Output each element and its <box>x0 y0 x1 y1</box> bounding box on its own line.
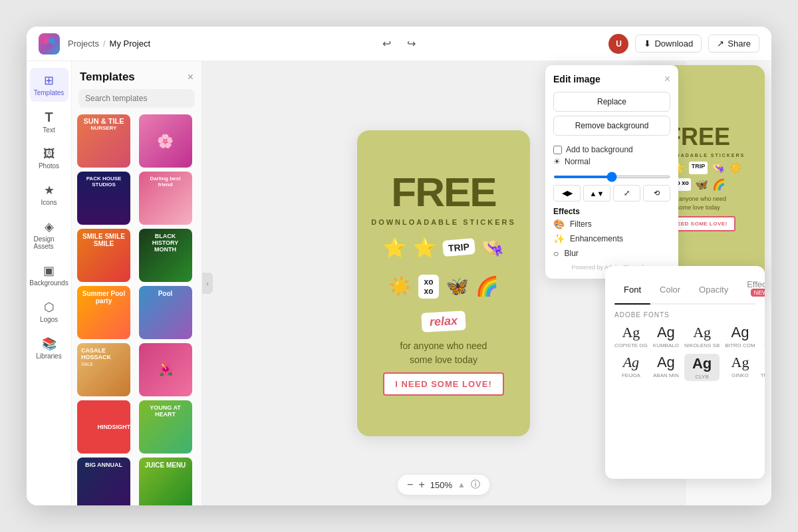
add-to-bg-checkbox[interactable] <box>553 146 562 154</box>
preview-sticker-sun: ☀️ <box>729 162 742 174</box>
tab-opacity[interactable]: Opacity <box>690 275 737 303</box>
stickers-row-1: ⭐ ⭐ TRIP 👒 <box>383 237 505 259</box>
blur-item[interactable]: ○ Blur <box>553 248 670 259</box>
replace-button[interactable]: Replace <box>553 92 670 112</box>
download-button[interactable]: ⬇ Download <box>635 35 702 53</box>
crop-button[interactable]: ⤢ <box>613 185 640 201</box>
collapse-panel-button[interactable]: › <box>202 273 213 294</box>
flip-v-button[interactable]: ▲▼ <box>583 185 610 201</box>
font-item-abanmin[interactable]: Ag ABAN MIN <box>653 354 679 381</box>
sidebar-item-libraries[interactable]: 📚 Libraries <box>30 331 68 365</box>
font-item-nikolens[interactable]: Ag NIKOLENS SB <box>684 324 720 348</box>
sticker-trip: TRIP <box>442 238 475 257</box>
panel-close-button[interactable]: × <box>188 71 194 83</box>
font-item-trim[interactable]: Ag TRIM NB <box>761 324 765 348</box>
flip-h-button[interactable]: ◀▶ <box>553 185 581 201</box>
rotate-button[interactable]: ⟲ <box>643 185 670 201</box>
font-item-kumbalo[interactable]: Ag KUMBALO <box>653 324 679 348</box>
filters-item[interactable]: 🎨 Filters <box>553 219 670 229</box>
template-thumb[interactable]: Summer Pool party <box>77 286 130 339</box>
zoom-info-button[interactable]: ⓘ <box>471 479 480 491</box>
template-thumb[interactable]: SUN & TILE NURSERY <box>77 114 130 168</box>
tab-effects[interactable]: Effects NEW <box>737 275 765 303</box>
new-badge: NEW <box>751 289 765 297</box>
template-thumb[interactable]: HINDSIGHT <box>77 400 130 454</box>
tab-color[interactable]: Color <box>650 275 690 303</box>
template-thumb[interactable]: 🌺 <box>139 343 192 396</box>
font-item-ginko[interactable]: Ag GINKO <box>725 354 755 381</box>
template-thumb[interactable]: SMILE SMILE SMILE <box>77 229 130 282</box>
edit-image-close-button[interactable]: × <box>664 73 670 85</box>
templates-grid: SUN & TILE NURSERY 🌸 PACK HOUSE STUDIOS … <box>72 114 201 505</box>
edit-options-section: Add to background ☀ Normal ◀▶ ▲▼ ⤢ ⟲ <box>553 145 670 201</box>
template-thumb[interactable]: BIG ANNUAL <box>77 458 130 505</box>
image-slider[interactable] <box>553 176 670 178</box>
normal-row: ☀ Normal <box>553 157 670 166</box>
add-to-bg-row[interactable]: Add to background <box>553 145 670 154</box>
sidebar-item-templates[interactable]: ⊞ Templates <box>30 68 68 102</box>
undo-button[interactable]: ↩ <box>380 35 394 53</box>
app-logo[interactable] <box>39 33 60 55</box>
canvas-card[interactable]: FREE DOWNLOADABLE STICKERS ⭐ ⭐ TRIP 👒 ☀️… <box>357 130 530 436</box>
template-thumb[interactable]: Pool <box>139 286 192 339</box>
sticker-rainbow: 🌈 <box>475 275 499 297</box>
template-thumb[interactable]: CASALE HOSSACKSALE <box>77 343 130 396</box>
avatar[interactable]: U <box>608 34 628 54</box>
tab-font[interactable]: Font <box>614 275 650 303</box>
template-thumb[interactable]: Darling best friend <box>139 172 192 225</box>
font-item-bitro[interactable]: Ag BITRO COM <box>725 324 755 348</box>
logos-icon: ⬡ <box>44 300 55 315</box>
share-icon: ↗ <box>717 39 724 49</box>
sidebar-item-icons[interactable]: ★ Icons <box>30 178 68 211</box>
redo-button[interactable]: ↪ <box>404 35 418 53</box>
sticker-sun: ☀️ <box>388 275 412 297</box>
zoom-out-button[interactable]: − <box>407 479 413 491</box>
text-icon: T <box>45 110 53 125</box>
enhancements-item[interactable]: ✨ Enhancements <box>553 233 670 244</box>
libraries-icon: 📚 <box>42 336 57 351</box>
zoom-chevron-up[interactable]: ▲ <box>458 480 466 489</box>
panel-header: Templates × <box>72 61 201 89</box>
font-item-feijoa[interactable]: Ag FEIJOA <box>614 354 648 381</box>
enhancements-icon: ✨ <box>553 233 565 244</box>
font-panel: Font Color Opacity Effects NEW ADOBE FON… <box>605 266 765 479</box>
blur-icon: ○ <box>553 248 559 259</box>
font-preview: Ag <box>657 324 675 341</box>
svg-point-2 <box>46 43 53 49</box>
font-name: TUMBLOAF <box>761 372 765 378</box>
template-thumb[interactable]: 🌸 <box>139 114 192 168</box>
font-item-clyb[interactable]: Ag CLYB <box>684 354 720 381</box>
card-subtitle: DOWNLOADABLE STICKERS <box>371 218 516 226</box>
font-preview: Ag <box>623 354 639 371</box>
sidebar-item-text[interactable]: T Text <box>30 104 68 139</box>
font-item-copiste[interactable]: Ag COPISTE OG <box>614 324 648 348</box>
sidebar-item-backgrounds[interactable]: ▣ Backgrounds <box>30 258 68 292</box>
template-thumb[interactable]: BLACK HISTORY MONTH <box>139 229 192 282</box>
filters-label: Filters <box>570 219 592 229</box>
share-button[interactable]: ↗ Share <box>708 35 759 53</box>
template-thumb[interactable]: YOUNG AT HEART <box>139 400 192 454</box>
preview-sticker-rainbow: 🌈 <box>712 178 726 191</box>
enhancements-label: Enhancements <box>570 234 623 243</box>
search-input[interactable] <box>78 89 195 108</box>
sidebar-item-design-assets[interactable]: ◈ Design Assets <box>30 214 68 255</box>
template-thumb[interactable]: PACK HOUSE STUDIOS <box>77 172 130 225</box>
design-assets-icon: ◈ <box>45 219 54 234</box>
blur-label: Blur <box>564 249 578 258</box>
breadcrumb-root[interactable]: Projects <box>68 39 99 49</box>
zoom-in-button[interactable]: + <box>418 479 424 491</box>
edit-image-header: Edit image × <box>553 73 670 85</box>
sidebar-item-photos[interactable]: 🖼 Photos <box>30 142 68 175</box>
panel-title: Templates <box>80 70 135 84</box>
photos-icon: 🖼 <box>43 147 55 161</box>
sidebar-item-label: Backgrounds <box>29 279 68 287</box>
breadcrumb-current[interactable]: My Project <box>110 39 150 49</box>
sidebar-item-logos[interactable]: ⬡ Logos <box>30 295 68 329</box>
template-thumb[interactable]: JUICE MENU <box>139 458 192 505</box>
sidebar-item-label: Icons <box>41 199 57 206</box>
sticker-hat: 👒 <box>481 237 504 259</box>
font-item-tumbloaf[interactable]: Ag TUMBLOAF <box>761 354 765 381</box>
icons-icon: ★ <box>44 183 55 198</box>
remove-bg-button[interactable]: Remove background <box>553 116 670 136</box>
preview-sticker-butterfly: 🦋 <box>695 178 708 191</box>
